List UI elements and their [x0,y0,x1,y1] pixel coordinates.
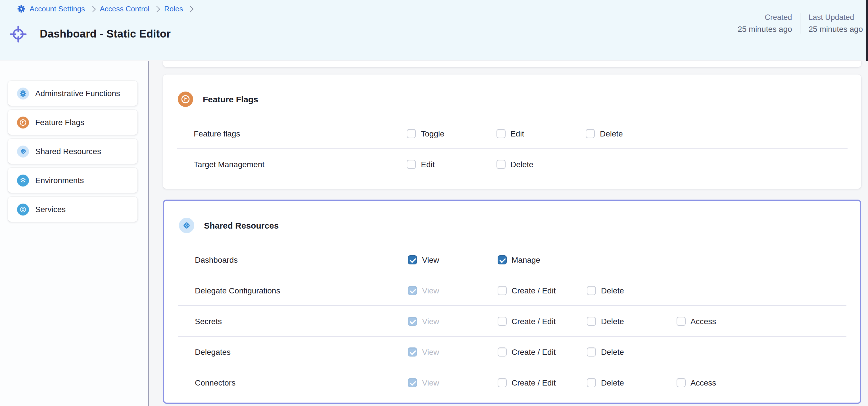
resource-label: Delegates [195,347,408,356]
chevron-right-icon [89,6,96,12]
checkbox-icon [587,316,596,325]
sidebar-item-services[interactable]: Services [8,197,137,222]
checkbox-label: Create / Edit [512,286,556,295]
flag-icon [17,116,29,128]
page-title: Dashboard - Static Editor [40,28,171,40]
flag-icon [178,91,193,107]
section-feature-flags: Feature Flags Feature flags Toggle Edit [163,75,861,189]
checkbox-delete[interactable]: Delete [587,347,676,356]
checkbox-manage[interactable]: Manage [497,255,587,264]
checkbox-icon [408,316,417,325]
breadcrumb-roles[interactable]: Roles [164,4,183,13]
gear-icon [17,87,29,99]
checkbox-create-edit[interactable]: Create / Edit [497,378,587,387]
checkbox-label: Delete [601,316,624,325]
page: Account Settings Access Control Roles Da… [0,0,868,406]
resource-label: Delegate Configurations [195,286,408,295]
checkbox-icon [496,129,505,138]
checkbox-icon [676,316,685,325]
environments-icon [17,174,29,186]
checkbox-label: Delete [601,378,624,387]
sidebar-item-feature-flags[interactable]: Feature Flags [8,110,137,135]
section-header: Shared Resources [164,218,860,233]
chevron-right-icon [154,6,160,12]
checkbox-create-edit[interactable]: Create / Edit [497,286,587,295]
checkbox-view[interactable]: View [408,347,497,356]
checkbox-label: Delete [601,286,624,295]
sidebar-item-administrative-functions[interactable]: Adminstrative Functions [8,81,137,106]
permission-row-target-management: Target Management Edit Delete [163,149,861,179]
checkbox-icon [408,378,417,387]
checkbox-label: Edit [510,129,524,138]
sidebar-item-label: Shared Resources [35,147,101,156]
checkbox-label: View [422,378,439,387]
permission-row-delegate-configurations: Delegate Configurations View Create / Ed… [164,275,860,306]
checkbox-icon [497,316,506,325]
checkbox-label: View [422,316,439,325]
sidebar-item-environments[interactable]: Environments [8,168,137,193]
checkbox-label: Edit [421,160,435,169]
checkbox-label: View [422,286,439,295]
checkbox-icon [408,286,417,295]
checkbox-delete[interactable]: Delete [587,316,676,325]
section-shared-resources: Shared Resources Dashboards View Manage [163,200,861,404]
checkbox-delete[interactable]: Delete [586,129,675,138]
checkbox-edit[interactable]: Edit [496,129,586,138]
checkbox-label: Delete [601,347,624,356]
services-icon [17,203,29,215]
checkbox-icon [497,347,506,356]
checkbox-label: Create / Edit [512,378,556,387]
checkbox-icon [587,378,596,387]
permissions-panel: Feature Flags Feature flags Toggle Edit [149,61,868,406]
checkbox-view[interactable]: View [408,255,497,264]
resource-label: Secrets [195,316,408,325]
sections-sidebar: Adminstrative Functions Feature Flags [0,61,149,406]
breadcrumb-account-settings[interactable]: Account Settings [30,4,85,13]
checkbox-label: Create / Edit [512,316,556,325]
checkbox-icon [587,286,596,295]
sidebar-item-label: Feature Flags [35,118,84,127]
checkbox-label: Delete [600,129,623,138]
permission-row-secrets: Secrets View Create / Edit Delete [164,306,860,336]
checkbox-delete[interactable]: Delete [587,378,676,387]
checkbox-icon [408,347,417,356]
checkbox-icon [407,160,416,169]
meta-divider [800,13,801,33]
resource-label: Dashboards [195,255,408,264]
checkbox-access[interactable]: Access [676,316,766,325]
sidebar-item-label: Services [35,205,66,214]
resource-label: Target Management [194,160,407,169]
checkbox-delete[interactable]: Delete [496,160,586,169]
last-updated-label: Last Updated [809,13,863,22]
permission-rows: Dashboards View Manage Delegate Configur… [164,244,860,398]
checkbox-view[interactable]: View [408,316,497,325]
section-title: Feature Flags [203,94,258,104]
permission-row-delegates: Delegates View Create / Edit Delete [164,337,860,367]
shared-resources-icon [179,218,194,233]
checkbox-create-edit[interactable]: Create / Edit [497,316,587,325]
last-updated-block: Last Updated 25 minutes ago [809,13,863,33]
breadcrumb-access-control[interactable]: Access Control [100,4,149,13]
sidebar-item-label: Environments [35,176,84,185]
checkbox-view[interactable]: View [408,378,497,387]
checkbox-label: Delete [510,160,533,169]
section-title: Shared Resources [204,221,279,230]
checkbox-toggle[interactable]: Toggle [407,129,496,138]
checkbox-access[interactable]: Access [676,378,766,387]
permission-row-feature-flags: Feature flags Toggle Edit Delete [163,118,861,148]
checkbox-create-edit[interactable]: Create / Edit [497,347,587,356]
checkbox-icon [497,255,506,264]
permission-row-dashboards: Dashboards View Manage [164,244,860,274]
resource-label: Feature flags [194,129,407,138]
checkbox-edit[interactable]: Edit [407,160,496,169]
role-crosshair-icon [8,25,28,44]
chevron-right-icon [187,6,194,12]
checkbox-view[interactable]: View [408,286,497,295]
sidebar-item-shared-resources[interactable]: Shared Resources [8,139,137,164]
breadcrumb: Account Settings Access Control Roles [17,4,194,13]
checkbox-icon [587,347,596,356]
checkbox-delete[interactable]: Delete [587,286,676,295]
last-updated-value: 25 minutes ago [809,25,863,33]
checkbox-label: Create / Edit [512,347,556,356]
page-header: Account Settings Access Control Roles Da… [0,0,868,60]
